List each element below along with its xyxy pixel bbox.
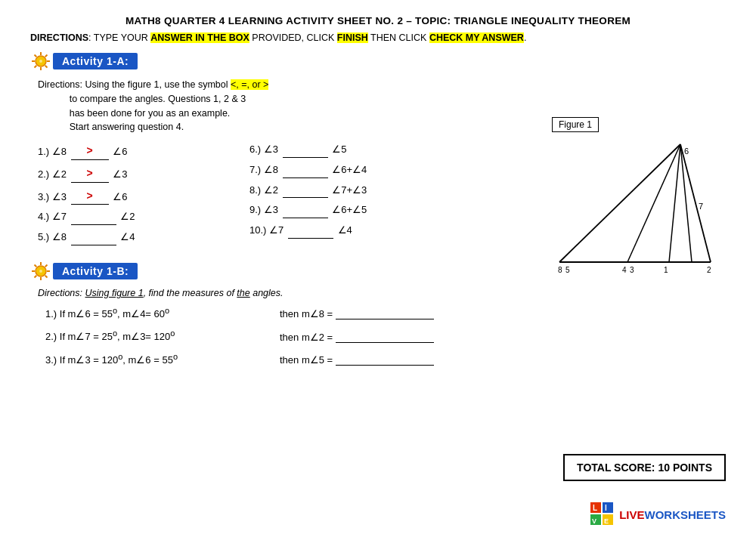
- b-q3-blank[interactable]: [336, 365, 434, 366]
- directions-text-1: : TYPE YOUR: [88, 32, 150, 43]
- svg-line-30: [35, 264, 37, 267]
- total-score-box: TOTAL SCORE: 10 POINTS: [563, 454, 726, 481]
- svg-text:7: 7: [699, 202, 703, 211]
- symbol-highlight: <, =, or >: [231, 79, 268, 90]
- using-figure: Using figure 1: [85, 288, 144, 298]
- b-question-2: 2.) If m∠7 = 25o, m∠3= 120o then m∠2 =: [45, 329, 726, 342]
- figure-label: Figure 1: [552, 117, 599, 132]
- q6-blank[interactable]: [283, 157, 328, 158]
- svg-point-10: [39, 60, 42, 63]
- b-q3-conclusion: then m∠5 =: [280, 354, 726, 366]
- q9-right: ∠6+∠5: [332, 204, 367, 215]
- q10-blank[interactable]: [288, 238, 333, 239]
- page: MATH8 QUARTER 4 LEARNING ACTIVITY SHEET …: [0, 0, 756, 534]
- question-10: 10.) ∠7 ∠4: [249, 223, 446, 239]
- svg-line-7: [45, 55, 48, 57]
- q4-blank[interactable]: [71, 224, 116, 225]
- check-highlight: CHECK MY ANSWER: [429, 32, 524, 43]
- q3-answer: >: [71, 187, 109, 205]
- b-q3-given: 3.) If m∠3 = 120o, m∠6 = 55o: [45, 352, 280, 366]
- q5-right: ∠4: [120, 231, 135, 242]
- question-7: 7.) ∠8 ∠6+∠4: [249, 162, 446, 178]
- b-q1-given: 1.) If m∠6 = 55o, m∠4= 60o: [45, 306, 280, 319]
- the-angles: the: [237, 288, 249, 298]
- svg-line-5: [35, 55, 37, 57]
- directions-line: DIRECTIONS: TYPE YOUR ANSWER IN THE BOX …: [30, 32, 726, 43]
- b-q2-given: 2.) If m∠7 = 25o, m∠3= 120o: [45, 329, 280, 342]
- q7-num: 7.) ∠8: [249, 164, 278, 175]
- q3-right: ∠6: [113, 191, 127, 202]
- question-8: 8.) ∠2 ∠7+∠3: [249, 183, 446, 199]
- q4-num: 4.) ∠7: [38, 211, 67, 222]
- b-q2-blank[interactable]: [336, 342, 434, 343]
- b-question-1: 1.) If m∠6 = 55o, m∠4= 60o then m∠8 =: [45, 306, 726, 319]
- svg-text:8: 8: [558, 266, 562, 274]
- q1-answer: >: [71, 142, 109, 160]
- questions-col-left: 1.) ∠8 > ∠6 2.) ∠2 > ∠3 3.) ∠3 > ∠6 4.) …: [38, 142, 249, 250]
- svg-text:V: V: [592, 517, 596, 525]
- q2-num: 2.) ∠2: [38, 168, 67, 180]
- svg-line-6: [45, 66, 48, 68]
- q2-answer: >: [71, 165, 109, 183]
- question-9: 9.) ∠3 ∠6+∠5: [249, 202, 446, 218]
- q4-right: ∠2: [120, 211, 135, 222]
- svg-line-33: [35, 276, 37, 278]
- svg-text:4: 4: [622, 266, 627, 274]
- b-question-3: 3.) If m∠3 = 120o, m∠6 = 55o then m∠5 =: [45, 352, 726, 366]
- svg-text:3: 3: [630, 266, 634, 274]
- svg-line-16: [680, 144, 692, 262]
- directions-text-2: PROVIDED, CLICK: [249, 32, 337, 43]
- answer-in-box-highlight: ANSWER IN THE BOX: [150, 32, 249, 43]
- lws-logo-svg: L I V E: [590, 502, 615, 526]
- question-5: 5.) ∠8 ∠4: [38, 230, 249, 245]
- directions-label: DIRECTIONS: [30, 32, 88, 43]
- svg-line-12: [680, 144, 711, 262]
- q9-num: 9.) ∠3: [249, 204, 278, 215]
- q8-blank[interactable]: [283, 197, 328, 198]
- activity-b-bar: Activity 1-B:: [53, 263, 138, 279]
- svg-text:5: 5: [565, 266, 570, 274]
- q3-num: 3.) ∠3: [38, 191, 67, 202]
- svg-line-11: [559, 144, 680, 262]
- q6-num: 6.) ∠3: [249, 144, 278, 155]
- svg-line-14: [627, 144, 680, 262]
- q8-right: ∠7+∠3: [332, 184, 367, 196]
- activity-a-header: Activity 1-A:: [30, 51, 726, 72]
- question-3: 3.) ∠3 > ∠6: [38, 187, 249, 205]
- svg-line-8: [35, 66, 37, 68]
- q1-num: 1.) ∠8: [38, 146, 67, 157]
- lws-logo: L I V E: [590, 502, 615, 526]
- svg-line-31: [45, 276, 48, 278]
- q1-right: ∠6: [113, 146, 127, 157]
- svg-text:2: 2: [707, 266, 711, 274]
- figure-container: Figure 1 8 5 4 3 1: [552, 117, 726, 279]
- b-q1-blank[interactable]: [336, 319, 434, 319]
- q7-blank[interactable]: [283, 177, 328, 178]
- liveworksheets-footer: L I V E LIVEWORKSHEETS: [590, 502, 726, 526]
- b-q2-conclusion: then m∠2 =: [280, 332, 726, 343]
- sun-icon-b: [30, 261, 51, 282]
- q8-num: 8.) ∠2: [249, 184, 278, 196]
- part-b-questions: 1.) If m∠6 = 55o, m∠4= 60o then m∠8 = 2.…: [45, 306, 726, 366]
- q5-blank[interactable]: [71, 245, 116, 245]
- svg-point-35: [39, 270, 42, 273]
- sun-icon: [30, 51, 51, 72]
- svg-text:E: E: [604, 517, 609, 525]
- svg-text:6: 6: [684, 147, 689, 156]
- question-4: 4.) ∠7 ∠2: [38, 209, 249, 225]
- directions-text-3: THEN CLICK: [368, 32, 429, 43]
- q7-right: ∠6+∠4: [332, 164, 367, 175]
- q10-right: ∠4: [338, 224, 352, 236]
- lws-text: LIVEWORKSHEETS: [619, 508, 726, 521]
- activity-a-bar: Activity 1-A:: [53, 53, 138, 69]
- svg-text:I: I: [605, 504, 607, 512]
- questions-col-right: 6.) ∠3 ∠5 7.) ∠8 ∠6+∠4 8.) ∠2 ∠7+∠3 9.) …: [249, 142, 446, 250]
- finish-highlight: FINISH: [337, 32, 368, 43]
- q9-blank[interactable]: [283, 218, 328, 218]
- svg-text:L: L: [593, 504, 597, 512]
- directions-end: .: [524, 32, 526, 43]
- svg-line-15: [669, 144, 680, 262]
- question-1: 1.) ∠8 > ∠6: [38, 142, 249, 160]
- svg-text:1: 1: [664, 266, 668, 274]
- lws-worksheets-text: WORKSHEETS: [644, 508, 726, 521]
